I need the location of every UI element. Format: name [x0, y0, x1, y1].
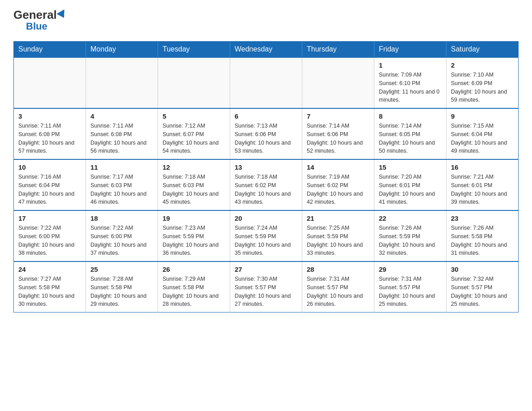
- day-sun-info: Sunrise: 7:31 AMSunset: 5:57 PMDaylight:…: [379, 275, 442, 308]
- logo-general-text: General: [13, 9, 67, 21]
- day-number: 5: [163, 112, 225, 120]
- day-sun-info: Sunrise: 7:29 AMSunset: 5:58 PMDaylight:…: [163, 275, 225, 308]
- calendar-cell: 11Sunrise: 7:17 AMSunset: 6:03 PMDayligh…: [86, 159, 158, 210]
- day-sun-info: Sunrise: 7:18 AMSunset: 6:03 PMDaylight:…: [163, 173, 225, 206]
- calendar-cell: 5Sunrise: 7:12 AMSunset: 6:07 PMDaylight…: [158, 108, 230, 159]
- day-sun-info: Sunrise: 7:11 AMSunset: 6:08 PMDaylight:…: [18, 122, 81, 155]
- calendar-cell: 4Sunrise: 7:11 AMSunset: 6:08 PMDaylight…: [86, 108, 158, 159]
- day-number: 22: [379, 214, 442, 222]
- calendar-cell: 26Sunrise: 7:29 AMSunset: 5:58 PMDayligh…: [158, 261, 230, 313]
- calendar-cell: [86, 57, 158, 108]
- calendar-cell: 29Sunrise: 7:31 AMSunset: 5:57 PMDayligh…: [374, 261, 446, 313]
- day-sun-info: Sunrise: 7:26 AMSunset: 5:58 PMDaylight:…: [451, 224, 514, 257]
- calendar-week-row: 24Sunrise: 7:27 AMSunset: 5:58 PMDayligh…: [14, 261, 519, 313]
- calendar-cell: 12Sunrise: 7:18 AMSunset: 6:03 PMDayligh…: [158, 159, 230, 210]
- calendar-cell: 24Sunrise: 7:27 AMSunset: 5:58 PMDayligh…: [14, 261, 86, 313]
- day-of-week-header: Sunday: [14, 42, 86, 58]
- day-number: 21: [307, 214, 369, 222]
- day-number: 10: [18, 163, 81, 171]
- day-number: 1: [379, 61, 442, 69]
- calendar-cell: [14, 57, 86, 108]
- calendar-week-row: 17Sunrise: 7:22 AMSunset: 6:00 PMDayligh…: [14, 210, 519, 261]
- calendar-cell: 16Sunrise: 7:21 AMSunset: 6:01 PMDayligh…: [446, 159, 519, 210]
- day-number: 11: [90, 163, 153, 171]
- day-sun-info: Sunrise: 7:27 AMSunset: 5:58 PMDaylight:…: [18, 275, 81, 308]
- day-number: 26: [163, 265, 225, 273]
- day-sun-info: Sunrise: 7:15 AMSunset: 6:04 PMDaylight:…: [451, 122, 514, 155]
- calendar-cell: 1Sunrise: 7:09 AMSunset: 6:10 PMDaylight…: [374, 57, 446, 108]
- day-number: 28: [307, 265, 369, 273]
- day-number: 24: [18, 265, 81, 273]
- day-number: 30: [451, 265, 514, 273]
- day-sun-info: Sunrise: 7:22 AMSunset: 6:00 PMDaylight:…: [18, 224, 81, 257]
- calendar-cell: 22Sunrise: 7:26 AMSunset: 5:59 PMDayligh…: [374, 210, 446, 261]
- day-number: 15: [379, 163, 442, 171]
- day-sun-info: Sunrise: 7:31 AMSunset: 5:57 PMDaylight:…: [307, 275, 369, 308]
- calendar-cell: 20Sunrise: 7:24 AMSunset: 5:59 PMDayligh…: [230, 210, 302, 261]
- calendar-cell: [230, 57, 302, 108]
- day-number: 14: [307, 163, 369, 171]
- logo: General Blue: [13, 9, 67, 32]
- calendar-table: SundayMondayTuesdayWednesdayThursdayFrid…: [13, 41, 519, 313]
- calendar-cell: 18Sunrise: 7:22 AMSunset: 6:00 PMDayligh…: [86, 210, 158, 261]
- calendar-cell: 14Sunrise: 7:19 AMSunset: 6:02 PMDayligh…: [302, 159, 374, 210]
- calendar-cell: 7Sunrise: 7:14 AMSunset: 6:06 PMDaylight…: [302, 108, 374, 159]
- day-of-week-header: Wednesday: [230, 42, 302, 58]
- calendar-cell: 23Sunrise: 7:26 AMSunset: 5:58 PMDayligh…: [446, 210, 519, 261]
- day-sun-info: Sunrise: 7:22 AMSunset: 6:00 PMDaylight:…: [90, 224, 153, 257]
- day-number: 25: [90, 265, 153, 273]
- calendar-cell: [158, 57, 230, 108]
- calendar-cell: 30Sunrise: 7:32 AMSunset: 5:57 PMDayligh…: [446, 261, 519, 313]
- calendar-header-row: SundayMondayTuesdayWednesdayThursdayFrid…: [14, 42, 519, 58]
- calendar-cell: 19Sunrise: 7:23 AMSunset: 5:59 PMDayligh…: [158, 210, 230, 261]
- day-sun-info: Sunrise: 7:24 AMSunset: 5:59 PMDaylight:…: [235, 224, 297, 257]
- calendar-week-row: 1Sunrise: 7:09 AMSunset: 6:10 PMDaylight…: [14, 57, 519, 108]
- day-sun-info: Sunrise: 7:28 AMSunset: 5:58 PMDaylight:…: [90, 275, 153, 308]
- calendar-cell: 9Sunrise: 7:15 AMSunset: 6:04 PMDaylight…: [446, 108, 519, 159]
- day-number: 19: [163, 214, 225, 222]
- calendar-cell: [302, 57, 374, 108]
- day-of-week-header: Tuesday: [158, 42, 230, 58]
- day-sun-info: Sunrise: 7:14 AMSunset: 6:05 PMDaylight:…: [379, 122, 442, 155]
- day-sun-info: Sunrise: 7:26 AMSunset: 5:59 PMDaylight:…: [379, 224, 442, 257]
- calendar-cell: 10Sunrise: 7:16 AMSunset: 6:04 PMDayligh…: [14, 159, 86, 210]
- day-sun-info: Sunrise: 7:17 AMSunset: 6:03 PMDaylight:…: [90, 173, 153, 206]
- day-number: 2: [451, 61, 514, 69]
- day-number: 17: [18, 214, 81, 222]
- day-number: 16: [451, 163, 514, 171]
- day-sun-info: Sunrise: 7:13 AMSunset: 6:06 PMDaylight:…: [235, 122, 297, 155]
- calendar-cell: 21Sunrise: 7:25 AMSunset: 5:59 PMDayligh…: [302, 210, 374, 261]
- calendar-week-row: 3Sunrise: 7:11 AMSunset: 6:08 PMDaylight…: [14, 108, 519, 159]
- day-sun-info: Sunrise: 7:18 AMSunset: 6:02 PMDaylight:…: [235, 173, 297, 206]
- day-of-week-header: Monday: [86, 42, 158, 58]
- day-number: 18: [90, 214, 153, 222]
- calendar-cell: 8Sunrise: 7:14 AMSunset: 6:05 PMDaylight…: [374, 108, 446, 159]
- day-number: 23: [451, 214, 514, 222]
- calendar-cell: 28Sunrise: 7:31 AMSunset: 5:57 PMDayligh…: [302, 261, 374, 313]
- day-number: 29: [379, 265, 442, 273]
- day-number: 12: [163, 163, 225, 171]
- day-number: 13: [235, 163, 297, 171]
- day-number: 8: [379, 112, 442, 120]
- calendar-week-row: 10Sunrise: 7:16 AMSunset: 6:04 PMDayligh…: [14, 159, 519, 210]
- day-of-week-header: Saturday: [446, 42, 519, 58]
- logo-blue-text: Blue: [26, 21, 47, 32]
- day-sun-info: Sunrise: 7:19 AMSunset: 6:02 PMDaylight:…: [307, 173, 369, 206]
- page-header: General Blue: [13, 9, 519, 32]
- calendar-cell: 13Sunrise: 7:18 AMSunset: 6:02 PMDayligh…: [230, 159, 302, 210]
- calendar-cell: 6Sunrise: 7:13 AMSunset: 6:06 PMDaylight…: [230, 108, 302, 159]
- day-of-week-header: Friday: [374, 42, 446, 58]
- day-number: 3: [18, 112, 81, 120]
- calendar-cell: 25Sunrise: 7:28 AMSunset: 5:58 PMDayligh…: [86, 261, 158, 313]
- day-sun-info: Sunrise: 7:21 AMSunset: 6:01 PMDaylight:…: [451, 173, 514, 206]
- day-number: 7: [307, 112, 369, 120]
- day-number: 9: [451, 112, 514, 120]
- calendar-cell: 17Sunrise: 7:22 AMSunset: 6:00 PMDayligh…: [14, 210, 86, 261]
- day-sun-info: Sunrise: 7:20 AMSunset: 6:01 PMDaylight:…: [379, 173, 442, 206]
- day-number: 27: [235, 265, 297, 273]
- logo-triangle-icon: [56, 9, 68, 20]
- calendar-cell: 27Sunrise: 7:30 AMSunset: 5:57 PMDayligh…: [230, 261, 302, 313]
- day-sun-info: Sunrise: 7:30 AMSunset: 5:57 PMDaylight:…: [235, 275, 297, 308]
- day-sun-info: Sunrise: 7:32 AMSunset: 5:57 PMDaylight:…: [451, 275, 514, 308]
- day-number: 6: [235, 112, 297, 120]
